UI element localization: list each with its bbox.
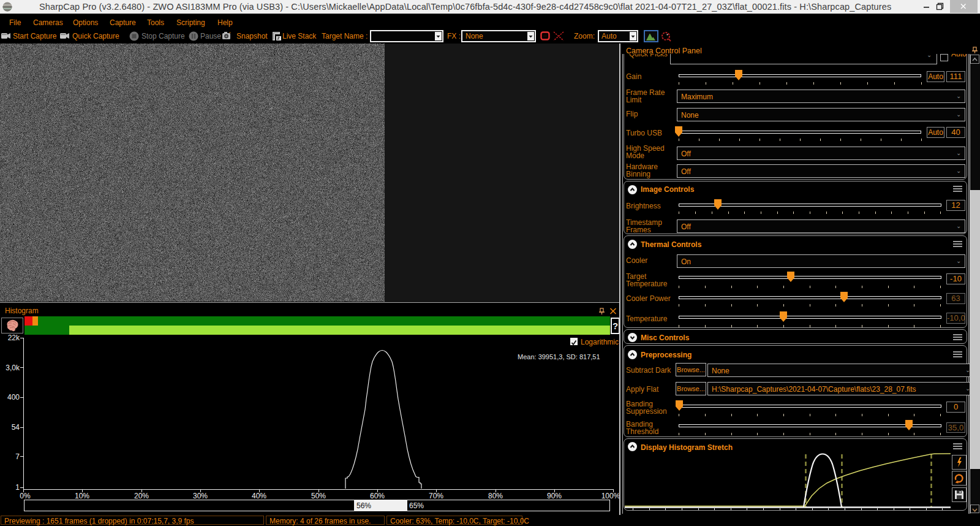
svg-text:40%: 40%	[252, 492, 266, 500]
svg-text:80%: 80%	[488, 492, 503, 500]
svg-text:70%: 70%	[429, 492, 443, 500]
svg-text:100%: 100%	[601, 492, 620, 500]
svg-text:65%: 65%	[409, 501, 424, 510]
svg-text:50%: 50%	[311, 492, 326, 500]
svg-text:10%: 10%	[75, 492, 89, 500]
svg-text:22k: 22k	[8, 334, 20, 342]
svg-text:56%: 56%	[356, 501, 371, 510]
svg-text:60%: 60%	[370, 492, 385, 500]
svg-text:90%: 90%	[547, 492, 562, 500]
svg-text:20%: 20%	[134, 492, 149, 500]
svg-text:3,0k: 3,0k	[6, 364, 20, 372]
svg-text:30%: 30%	[193, 492, 208, 500]
svg-text:0%: 0%	[20, 492, 31, 500]
svg-text:54: 54	[12, 423, 20, 432]
svg-text:7: 7	[15, 452, 20, 461]
svg-text:400: 400	[7, 393, 20, 402]
svg-text:1: 1	[15, 483, 20, 492]
